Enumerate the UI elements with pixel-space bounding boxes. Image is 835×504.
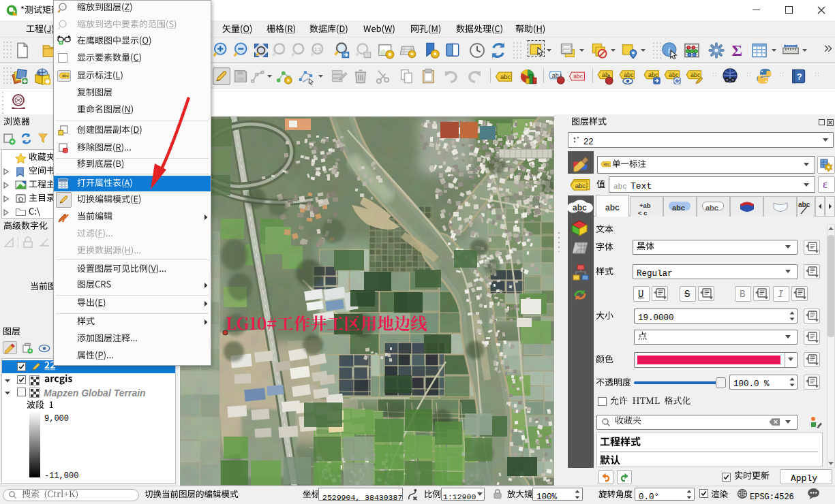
svg-text:abc: abc [573, 73, 583, 80]
svg-text:abc: abc [500, 73, 511, 80]
svg-text:abc: abc [62, 74, 69, 78]
svg-text:abc: abc [573, 203, 587, 212]
svg-text:abc: abc [690, 72, 701, 78]
svg-text:i: i [667, 45, 670, 55]
svg-text:1:1: 1:1 [314, 47, 321, 52]
svg-text:abc: abc [624, 72, 634, 78]
svg-text:abc: abc [603, 162, 609, 166]
svg-text:abc: abc [575, 182, 586, 189]
svg-text:?: ? [797, 72, 802, 82]
svg-text:Σ: Σ [732, 42, 742, 59]
